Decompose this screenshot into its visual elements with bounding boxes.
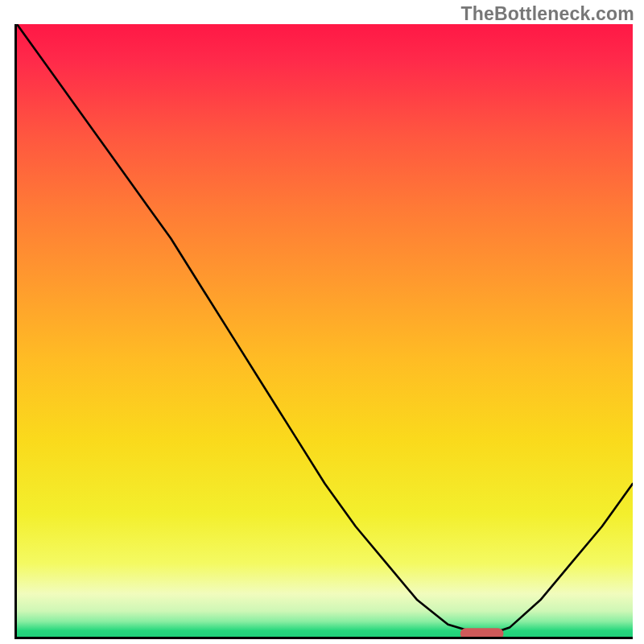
watermark-text: TheBottleneck.com xyxy=(460,3,634,25)
optimal-point-marker xyxy=(460,628,504,637)
bottleneck-chart xyxy=(17,24,633,637)
chart-gradient-background xyxy=(17,24,633,637)
